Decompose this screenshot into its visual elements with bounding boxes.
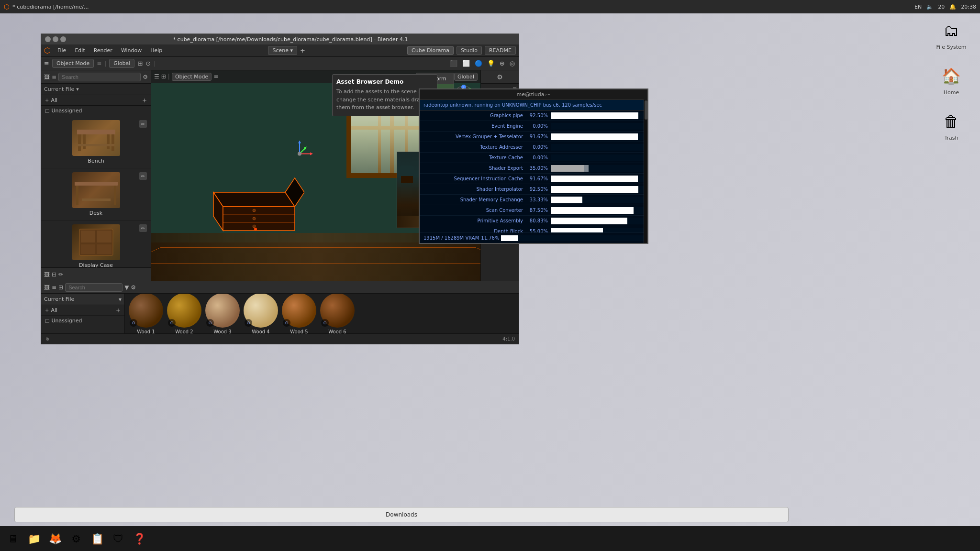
bottom-left-panel: Current File ▾ + All + □ Unassigned (41, 294, 125, 333)
svg-point-35 (253, 209, 256, 212)
radeontop-scrollbar-thumb[interactable] (645, 100, 647, 120)
bench-edit-btn[interactable]: ✏ (139, 120, 147, 128)
gpu-pct-0: 92.50% (527, 113, 551, 118)
bottom-header: 🖼 ≡ ⊞ ▼ ⚙ (41, 281, 519, 294)
gpu-row-0: Graphics pipe 92.50% (420, 110, 647, 121)
svg-rect-3 (83, 134, 86, 149)
menu-render[interactable]: Render (90, 46, 116, 55)
svg-point-28 (298, 152, 301, 156)
svg-rect-13 (81, 244, 95, 254)
wood4-thumb: ⊙ (244, 294, 278, 328)
asset-footer-icon3[interactable]: ✏ (58, 271, 63, 278)
radeontop-titlebar: me@zluda:~ (420, 89, 647, 100)
scene-dropdown[interactable]: Scene ▾ (268, 46, 297, 55)
desk-svg (72, 172, 120, 208)
material-item-wood1[interactable]: ⊙ Wood 1 (129, 294, 163, 333)
grid-view-icon[interactable]: ⊞ (58, 284, 63, 291)
svg-marker-27 (304, 147, 307, 151)
workspace-btn-cube-diorama[interactable]: Cube Diorama (407, 46, 454, 55)
asset-item-bench[interactable]: ✏ Bench (41, 116, 151, 168)
shading-material-btn[interactable]: 🔵 (474, 59, 483, 68)
menu-window[interactable]: Window (117, 46, 145, 55)
right-sidebar-icon: ⚙ (497, 73, 503, 81)
taskbar-icon-1[interactable]: 📁 (25, 529, 43, 548)
taskbar-icon-0[interactable]: 🖥 (4, 529, 22, 548)
asset-add-icon[interactable]: + (142, 97, 147, 104)
volume-value: 20 (938, 4, 945, 10)
object-mode-label[interactable]: Object Mode (172, 73, 212, 81)
asset-item-desk[interactable]: ✏ Desk (41, 168, 151, 220)
wood5-thumb: ⊙ (282, 294, 316, 328)
svg-rect-9 (82, 198, 111, 201)
shading-wireframe-btn[interactable]: ⬛ (449, 59, 458, 68)
trash-label: Trash (944, 135, 958, 141)
blender-icon: ⬡ (4, 3, 10, 11)
displaycase-svg (72, 224, 120, 260)
dresser-viewport-svg (199, 168, 304, 240)
desktop-icon-filesystem[interactable]: 🗂 File System (932, 19, 970, 50)
maximize-button[interactable] (60, 36, 66, 42)
trash-icon: 🗑 (940, 110, 963, 133)
radeontop-header: radeontop unknown, running on UNKNOWN_CH… (420, 100, 647, 110)
material-item-wood2[interactable]: ⊙ Wood 2 (167, 294, 201, 333)
readme-tab[interactable]: README (485, 46, 516, 55)
taskbar-top: ⬡ * cubediorama [/home/me/... EN 🔈 20 🔔 … (0, 0, 980, 13)
snap-view-dropdown[interactable]: Global (454, 73, 478, 81)
current-file-dropdown-icon[interactable]: ▾ (76, 86, 79, 92)
material-item-wood6[interactable]: ⊙ Wood 6 (320, 294, 355, 333)
menu-edit[interactable]: Edit (71, 46, 89, 55)
gpu-pct-9: 87.50% (527, 208, 551, 213)
desk-edit-btn[interactable]: ✏ (139, 172, 147, 180)
gizmo-svg (285, 140, 314, 168)
asset-footer-icon2: ⊟ (52, 271, 56, 278)
menu-help[interactable]: Help (146, 46, 166, 55)
taskbar-icon-3[interactable]: ⚙ (67, 529, 85, 548)
gpu-label-8: Shader Memory Exchange (422, 197, 527, 202)
material-item-wood3[interactable]: ⊙ Wood 3 (205, 294, 240, 333)
taskbar-icon-5[interactable]: 🛡 (109, 529, 127, 548)
asset-item-displaycase[interactable]: ✏ Display Case (41, 220, 151, 267)
viewport-type-btn[interactable]: ⊞ (161, 73, 166, 80)
material-item-wood4[interactable]: ⊙ Wood 4 (244, 294, 278, 333)
material-search-input[interactable] (65, 283, 122, 292)
gpu-row-10: Primitive Assembly 80.83% (420, 216, 647, 226)
gpu-row-8: Shader Memory Exchange 33.33% (420, 195, 647, 205)
radeontop-scrollbar[interactable] (644, 100, 647, 243)
filter-icon[interactable]: ⚙ (143, 74, 148, 80)
asset-desk-label: Desk (89, 210, 102, 216)
mat-add-icon[interactable]: + (116, 307, 121, 314)
material-item-wood5[interactable]: ⊙ Wood 5 (282, 294, 316, 333)
close-button[interactable] (45, 36, 51, 42)
displaycase-edit-btn[interactable]: ✏ (139, 224, 147, 232)
mode-dropdown[interactable]: Object Mode (52, 59, 94, 68)
asset-thumb-bench (72, 120, 120, 156)
xray-btn[interactable]: ◎ (509, 59, 516, 68)
gpu-label-7: Shader Interpolator (422, 187, 527, 192)
snap-to-dropdown[interactable]: Global (109, 59, 134, 68)
proportional-edit-icon[interactable]: ⊙ (145, 60, 151, 67)
mat-current-file-chevron[interactable]: ▾ (119, 296, 122, 303)
minimize-button[interactable] (53, 36, 58, 42)
material-filter-icon[interactable]: ▼ (124, 284, 129, 291)
shading-solid-btn[interactable]: ⬜ (461, 59, 471, 68)
downloads-bar[interactable]: Downloads (14, 507, 789, 522)
overlay-btn[interactable]: ⊕ (499, 59, 506, 68)
asset-footer-icon1: 🖼 (44, 271, 50, 278)
scene-add-btn[interactable]: + (300, 47, 305, 54)
radeontop-header-text: radeontop unknown, running on UNKNOWN_CH… (423, 102, 602, 108)
taskbar-icon-4[interactable]: 📋 (88, 529, 106, 548)
asset-category-all: + All + (41, 95, 151, 106)
menu-file[interactable]: File (54, 46, 70, 55)
taskbar-icon-6[interactable]: ❓ (130, 529, 148, 548)
workspace-btn-studio[interactable]: Studio (457, 46, 482, 55)
asset-search-input[interactable] (58, 73, 141, 81)
taskbar-icon-2[interactable]: 🦊 (46, 529, 64, 548)
desktop-icon-home[interactable]: 🏠 Home (932, 65, 970, 96)
shading-render-btn[interactable]: 💡 (486, 59, 496, 68)
wood1-thumb: ⊙ (129, 294, 163, 328)
material-options-icon[interactable]: ⚙ (131, 284, 136, 291)
gpu-bar-0 (551, 112, 646, 119)
wood1-pin: ⊙ (130, 319, 137, 327)
desktop-icon-trash[interactable]: 🗑 Trash (932, 110, 970, 141)
snap-icon[interactable]: ⊞ (137, 60, 143, 67)
